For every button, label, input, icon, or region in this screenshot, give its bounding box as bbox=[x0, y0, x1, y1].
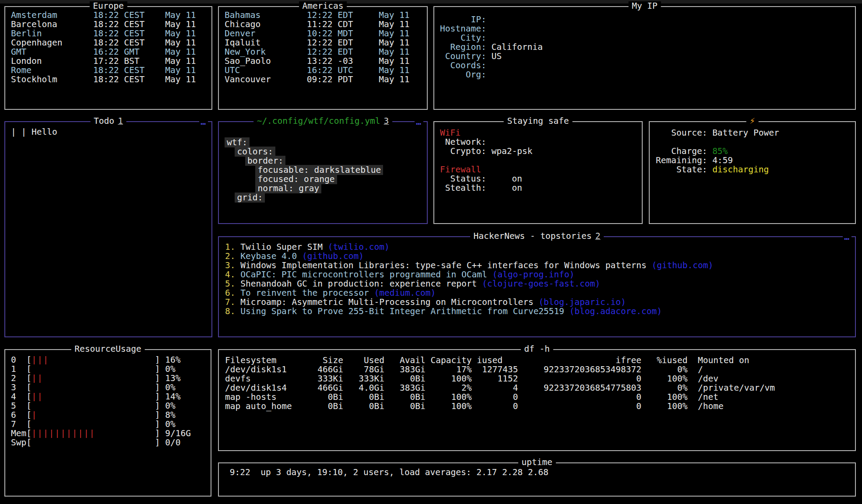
story-title[interactable]: To reinvent the processor bbox=[240, 288, 369, 298]
firewall-status-row: Status:on bbox=[440, 174, 642, 183]
config-line: normal: gray bbox=[225, 184, 427, 193]
panel-config-yml[interactable]: ~/.config/wtf/config.yml3 … wtf: colors:… bbox=[218, 121, 428, 224]
clock-time: 16:22 UTC bbox=[307, 66, 358, 75]
df-iused: 4 bbox=[471, 383, 518, 392]
ip-info-label: Region: bbox=[440, 42, 486, 52]
df-mounted-on: /home bbox=[688, 402, 855, 411]
meter-value: 0% bbox=[165, 401, 175, 411]
hackernews-story[interactable]: 5.Shenandoah GC in production: experienc… bbox=[225, 279, 855, 288]
todo-checkbox[interactable]: | | bbox=[11, 127, 26, 137]
meter-bracket-close: ] bbox=[155, 382, 160, 392]
clock-row: Sao_Paolo13:22 -03May 11 bbox=[225, 56, 427, 66]
meter-bracket-open: [ bbox=[26, 401, 32, 411]
hackernews-story[interactable]: 1.Twilio Super SIM(twilio.com) bbox=[225, 242, 855, 252]
meter-value: 16% bbox=[165, 355, 180, 365]
clock-time: 10:22 MDT bbox=[307, 29, 358, 38]
story-rank: 6. bbox=[225, 288, 235, 298]
df-mounted-on: / bbox=[688, 365, 855, 374]
df-piused: 100% bbox=[641, 374, 688, 383]
story-domain-link[interactable]: (github.com) bbox=[302, 251, 364, 261]
story-rank: 1. bbox=[225, 242, 235, 252]
ip-info-row: City: bbox=[440, 33, 855, 42]
hackernews-story[interactable]: 8.Using Spark to Prove 255-Bit Integer A… bbox=[225, 307, 855, 316]
story-domain-link[interactable]: (twilio.com) bbox=[328, 242, 390, 252]
meter-bracket-open: [ bbox=[26, 373, 32, 383]
resource-meter: 7[]0% bbox=[11, 420, 211, 429]
meter-value: 8% bbox=[165, 410, 175, 420]
wifi-section-header: WiFi bbox=[440, 128, 642, 137]
df-header-mounted-on: Mounted on bbox=[688, 356, 855, 365]
config-line: border: bbox=[225, 156, 427, 165]
hackernews-story[interactable]: 4.OCaPIC: PIC microcontrollers programme… bbox=[225, 270, 855, 279]
todo-item-text: Hello bbox=[32, 127, 57, 137]
story-title[interactable]: Windows Implementation Libraries: type-s… bbox=[240, 260, 646, 270]
story-domain-link[interactable]: (github.com) bbox=[651, 260, 713, 270]
clock-date: May 11 bbox=[165, 10, 196, 20]
panel-hackernews[interactable]: HackerNews - topstories2 … 1.Twilio Supe… bbox=[218, 236, 856, 337]
config-indent bbox=[225, 147, 235, 157]
europe-clock-list: Amsterdam18:22 CESTMay 11Barcelona18:22 … bbox=[5, 7, 211, 109]
story-rank: 3. bbox=[225, 261, 235, 270]
df-avail: 0Bi bbox=[384, 392, 426, 402]
resource-meter: 4[||]14% bbox=[11, 392, 211, 401]
story-title[interactable]: Shenandoah GC in production: experience … bbox=[240, 279, 477, 289]
resource-meter: 0[|||]16% bbox=[11, 355, 211, 364]
df-used: 4.0Gi bbox=[343, 383, 384, 392]
config-line: grid: bbox=[225, 193, 427, 202]
df-rows: /dev/disk1s1 466Gi 78Gi 383Gi 17% 127743… bbox=[225, 365, 855, 411]
battery-remaining-value: 4:59 bbox=[712, 155, 733, 165]
story-domain-link[interactable]: (blog.japaric.io) bbox=[538, 297, 626, 307]
config-line: focused: orange bbox=[225, 175, 427, 184]
df-header-filesystem: Filesystem bbox=[225, 356, 292, 365]
panel-staying-safe: Staying safe WiFi Network: Crypto: wpa2-… bbox=[433, 121, 643, 224]
battery-source-row: Source:Battery Power bbox=[656, 128, 855, 137]
story-title[interactable]: OCaPIC: PIC microcontrollers programmed … bbox=[240, 270, 487, 280]
clock-row: New_York12:22 EDTMay 11 bbox=[225, 47, 427, 56]
panel-todo[interactable]: Todo1 … | | Hello bbox=[4, 121, 212, 337]
config-indent bbox=[225, 174, 255, 184]
clock-row: UTC16:22 UTCMay 11 bbox=[225, 66, 427, 75]
df-ifree: 9223372036853498372 bbox=[518, 365, 641, 374]
battery-state-row: State:discharging bbox=[656, 165, 855, 174]
panel-uptime: uptime 9:22 up 3 days, 19:10, 2 users, l… bbox=[218, 462, 856, 497]
clock-time: 18:22 CEST bbox=[93, 75, 144, 84]
df-filesystem: map -hosts bbox=[225, 392, 292, 402]
clock-city: Berlin bbox=[11, 29, 93, 38]
clock-row: Bahamas12:22 EDTMay 11 bbox=[225, 10, 427, 20]
hackernews-story[interactable]: 3.Windows Implementation Libraries: type… bbox=[225, 261, 855, 270]
story-domain-link[interactable]: (algo-prog.info) bbox=[492, 270, 574, 280]
df-used: 333Ki bbox=[343, 374, 384, 383]
meter-bars: || bbox=[32, 392, 155, 401]
ip-info-value: California bbox=[491, 42, 542, 52]
story-title[interactable]: Keybase 4.0 bbox=[240, 251, 297, 261]
todo-item[interactable]: | | Hello bbox=[11, 127, 211, 136]
battery-charge-row: Charge:85% bbox=[656, 147, 855, 156]
clock-row: Denver10:22 MDTMay 11 bbox=[225, 29, 427, 38]
meter-label: 6 bbox=[11, 410, 26, 420]
clock-row: Chicago11:22 CDTMay 11 bbox=[225, 20, 427, 29]
story-title[interactable]: Using Spark to Prove 255-Bit Integer Ari… bbox=[240, 306, 564, 316]
df-filesystem: /dev/disk1s4 bbox=[225, 383, 292, 392]
df-ifree: 9223372036854775803 bbox=[518, 383, 641, 392]
meter-label: 3 bbox=[11, 383, 26, 392]
clock-date: May 11 bbox=[165, 20, 196, 29]
hackernews-story[interactable]: 7.Microamp: Asymmetric Multi-Processing … bbox=[225, 298, 855, 307]
firewall-status-label: Status: bbox=[440, 174, 486, 184]
clock-date: May 11 bbox=[379, 75, 409, 84]
story-title[interactable]: Microamp: Asymmetric Multi-Processing on… bbox=[240, 297, 533, 307]
clock-city: Chicago bbox=[225, 20, 307, 29]
hackernews-story[interactable]: 6.To reinvent the processor(medium.com) bbox=[225, 288, 855, 298]
story-domain-link[interactable]: (clojure-goes-fast.com) bbox=[482, 279, 600, 289]
meter-bars: ||||||||||| bbox=[32, 429, 155, 438]
clock-date: May 11 bbox=[379, 38, 409, 47]
story-domain-link[interactable]: (medium.com) bbox=[374, 288, 436, 298]
network-label: Network: bbox=[440, 137, 486, 147]
hackernews-story[interactable]: 2.Keybase 4.0(github.com) bbox=[225, 252, 855, 261]
meter-bracket-close: ] bbox=[155, 355, 160, 365]
story-title[interactable]: Twilio Super SIM bbox=[240, 242, 323, 252]
ip-info-label: Hostname: bbox=[440, 24, 486, 33]
df-iused: 0 bbox=[471, 402, 518, 411]
df-iused: 0 bbox=[471, 392, 518, 402]
meter-bracket-close: ] bbox=[155, 419, 160, 429]
story-domain-link[interactable]: (blog.adacore.com) bbox=[570, 306, 662, 316]
